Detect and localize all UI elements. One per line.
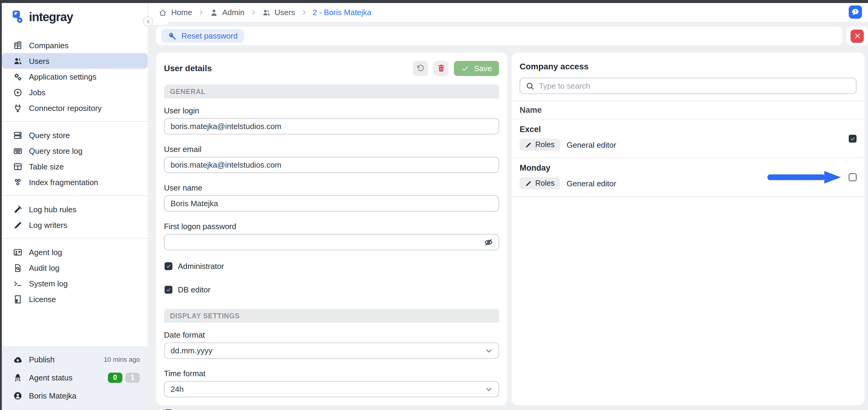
sidebar-item-application-settings[interactable]: Application settings: [2, 69, 148, 84]
sidebar-footer-agent-status[interactable]: Agent status01: [2, 369, 148, 386]
users-icon: [13, 56, 22, 65]
sidebar-divider: [2, 195, 148, 196]
sidebar-footer: Publish10 mins agoAgent status01Boris Ma…: [2, 346, 148, 410]
sidebar-item-index-fragmentation[interactable]: Index fragmentation: [2, 174, 148, 190]
window-top-edge: [0, 0, 868, 3]
company-search-input[interactable]: [520, 81, 856, 90]
field-label: User email: [164, 145, 499, 154]
sidebar-item-companies[interactable]: Companies: [2, 37, 148, 53]
sidebar-item-agent-log[interactable]: Agent log: [2, 244, 148, 260]
show-date-and-time-in-utc[interactable]: Show date and time in UTC: [164, 409, 499, 410]
breadcrumb-separator: [197, 9, 204, 16]
plug-icon: [13, 104, 22, 113]
keyboard-icon: [13, 146, 22, 155]
terminal-icon: [13, 279, 22, 288]
pencil-icon: [525, 141, 532, 148]
roles-button-excel[interactable]: Roles: [520, 139, 560, 151]
sidebar-divider: [2, 238, 148, 239]
sidebar-item-jobs[interactable]: Jobs: [2, 84, 148, 100]
chevron-left-icon: [145, 19, 151, 24]
pencil-icon: [13, 221, 22, 229]
sidebar: integray AdministrationCompaniesUsersApp…: [2, 3, 148, 410]
agent-log-icon: [13, 247, 22, 257]
breadcrumb: HomeAdminUsers2 - Boris Matejka: [158, 8, 371, 17]
name-column-header: Name: [520, 101, 857, 119]
action-bar: Reset password: [156, 27, 843, 45]
first-logon-password-input[interactable]: [164, 238, 498, 246]
sidebar-item-query-store[interactable]: Query store: [2, 127, 148, 143]
company-access-checkbox-excel[interactable]: [849, 135, 857, 142]
company-row-excel: ExcelRolesGeneral editor: [520, 119, 857, 157]
sidebar-item-log-writers[interactable]: Log writers: [2, 217, 148, 233]
breadcrumb-2-boris-matejka[interactable]: 2 - Boris Matejka: [313, 8, 371, 17]
agent-icon: [13, 373, 22, 382]
logo-text: integray: [29, 10, 73, 24]
gears-icon: [13, 72, 22, 81]
sidebar-item-log-hub-rules[interactable]: Log hub rules: [2, 201, 148, 217]
person-icon: [210, 8, 218, 17]
annotation-arrow: [767, 169, 842, 184]
breadcrumb-users[interactable]: Users: [262, 8, 295, 17]
pen-ruler-icon: [13, 205, 22, 214]
field-label: User login: [164, 106, 499, 115]
chevron-right-icon: [250, 9, 256, 16]
company-name: Excel: [520, 125, 857, 134]
sidebar-nav: AdministrationCompaniesUsersApplication …: [2, 25, 148, 346]
close-icon: [853, 32, 861, 40]
company-access-title: Company access: [520, 61, 589, 71]
sidebar-footer-boris-matejka[interactable]: Boris Matejka: [2, 386, 148, 405]
chevron-down-icon: [485, 385, 493, 393]
breadcrumb-home[interactable]: Home: [158, 8, 192, 17]
close-button[interactable]: [850, 29, 864, 42]
app-window: integray AdministrationCompaniesUsersApp…: [0, 0, 868, 410]
check-icon: [461, 64, 469, 72]
hive-icon: [13, 178, 22, 186]
integray-logo-icon: [10, 10, 24, 24]
user-name-input[interactable]: [164, 199, 498, 208]
play-icon: [13, 88, 22, 97]
undo-button[interactable]: [413, 61, 428, 76]
db-editor-checkbox[interactable]: [164, 286, 173, 294]
user-login-input[interactable]: [164, 122, 498, 131]
user-email-input[interactable]: [164, 160, 498, 169]
sidebar-item-audit-log[interactable]: Audit log: [2, 260, 148, 275]
company-access-checkbox-monday[interactable]: [849, 173, 857, 181]
date-format-select[interactable]: dd.mm.yyyy: [164, 343, 499, 359]
chevron-right-icon: [301, 9, 307, 16]
company-role: General editor: [567, 140, 616, 149]
roles-button-monday[interactable]: Roles: [520, 177, 560, 189]
undo-icon: [416, 64, 425, 72]
field-label: First logon password: [164, 222, 499, 231]
delete-button[interactable]: [434, 61, 449, 76]
agent-status-badge-1: 1: [125, 372, 140, 383]
doc-search-icon: [13, 263, 22, 272]
db-editor[interactable]: DB editor: [164, 285, 499, 294]
administrator[interactable]: Administrator: [164, 262, 499, 271]
users-icon: [262, 8, 270, 17]
sidebar-item-query-store-log[interactable]: Query store log: [2, 143, 148, 158]
sidebar-divider: [2, 121, 148, 122]
sidebar-collapse-button[interactable]: [143, 16, 153, 27]
toggle-password-visibility[interactable]: [484, 238, 493, 246]
reset-password-button[interactable]: Reset password: [161, 29, 244, 43]
administrator-checkbox[interactable]: [164, 262, 173, 270]
license-icon: [13, 295, 22, 303]
breadcrumb-separator: [301, 9, 307, 16]
sidebar-item-license[interactable]: License: [2, 291, 148, 307]
sidebar-item-table-size[interactable]: Table size: [2, 158, 148, 174]
save-label: Save: [474, 64, 492, 72]
search-icon: [526, 81, 535, 90]
server-outline-icon: [13, 130, 22, 140]
sidebar-item-connector-repository[interactable]: Connector repository: [2, 100, 148, 116]
trash-icon: [437, 64, 445, 72]
company-row-monday: MondayRolesGeneral editor: [520, 158, 857, 196]
user-details-title: User details: [164, 63, 212, 73]
chevron-right-icon: [197, 9, 204, 16]
sidebar-item-system-log[interactable]: System log: [2, 275, 148, 291]
time-format-select[interactable]: 24h: [164, 381, 499, 397]
help-button[interactable]: ?: [849, 5, 862, 19]
save-button[interactable]: Save: [454, 61, 499, 76]
breadcrumb-admin[interactable]: Admin: [210, 8, 244, 17]
sidebar-footer-publish[interactable]: Publish10 mins ago: [2, 350, 148, 369]
sidebar-item-users[interactable]: Users: [2, 53, 148, 69]
